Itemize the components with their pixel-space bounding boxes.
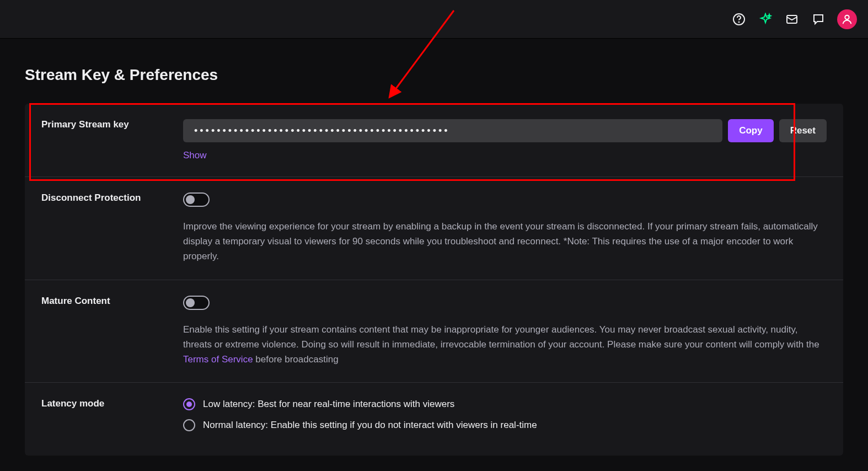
- settings-panel: Primary Stream key •••••••••••••••••••••…: [25, 104, 843, 456]
- mature-desc-after: before broadcasting: [253, 354, 339, 365]
- show-link[interactable]: Show: [183, 150, 207, 161]
- svg-point-3: [845, 15, 849, 19]
- mature-content-label: Mature Content: [41, 296, 183, 367]
- low-latency-option[interactable]: Low latency: Best for near real-time int…: [183, 398, 827, 410]
- low-latency-label: Low latency: Best for near real-time int…: [203, 399, 454, 410]
- latency-mode-control: Low latency: Best for near real-time int…: [183, 398, 827, 440]
- latency-mode-label: Latency mode: [41, 398, 183, 440]
- inbox-icon[interactable]: [784, 12, 800, 27]
- mature-content-row: Mature Content Enable this setting if yo…: [25, 280, 843, 383]
- stream-key-row: Primary Stream key •••••••••••••••••••••…: [25, 104, 843, 177]
- normal-latency-label: Normal latency: Enable this setting if y…: [203, 420, 537, 431]
- help-icon[interactable]: [731, 12, 747, 27]
- disconnect-protection-toggle[interactable]: [183, 192, 210, 207]
- mature-desc-before: Enable this setting if your stream conta…: [183, 324, 819, 350]
- disconnect-protection-row: Disconnect Protection Improve the viewin…: [25, 177, 843, 280]
- latency-mode-row: Latency mode Low latency: Best for near …: [25, 383, 843, 456]
- chat-icon[interactable]: [811, 12, 826, 27]
- disconnect-protection-description: Improve the viewing experience for your …: [183, 219, 827, 264]
- mature-content-control: Enable this setting if your stream conta…: [183, 296, 827, 367]
- content: Stream Key & Preferences Primary Stream …: [0, 39, 868, 471]
- radio-icon: [183, 398, 195, 410]
- normal-latency-option[interactable]: Normal latency: Enable this setting if y…: [183, 419, 827, 431]
- svg-point-1: [739, 22, 740, 22]
- mature-content-toggle[interactable]: [183, 296, 210, 310]
- radio-icon: [183, 419, 195, 431]
- disconnect-protection-control: Improve the viewing experience for your …: [183, 192, 827, 264]
- stream-key-control: ••••••••••••••••••••••••••••••••••••••••…: [183, 119, 827, 161]
- stream-key-input[interactable]: ••••••••••••••••••••••••••••••••••••••••…: [183, 119, 722, 142]
- avatar[interactable]: [837, 9, 857, 29]
- mature-content-description: Enable this setting if your stream conta…: [183, 322, 827, 367]
- sparkle-icon[interactable]: [758, 12, 773, 27]
- reset-button[interactable]: Reset: [779, 119, 827, 142]
- copy-button[interactable]: Copy: [728, 119, 774, 142]
- tos-link[interactable]: Terms of Service: [183, 354, 253, 365]
- stream-key-label: Primary Stream key: [41, 119, 183, 161]
- topbar: [0, 0, 868, 39]
- disconnect-protection-label: Disconnect Protection: [41, 192, 183, 264]
- page-title: Stream Key & Preferences: [25, 66, 843, 84]
